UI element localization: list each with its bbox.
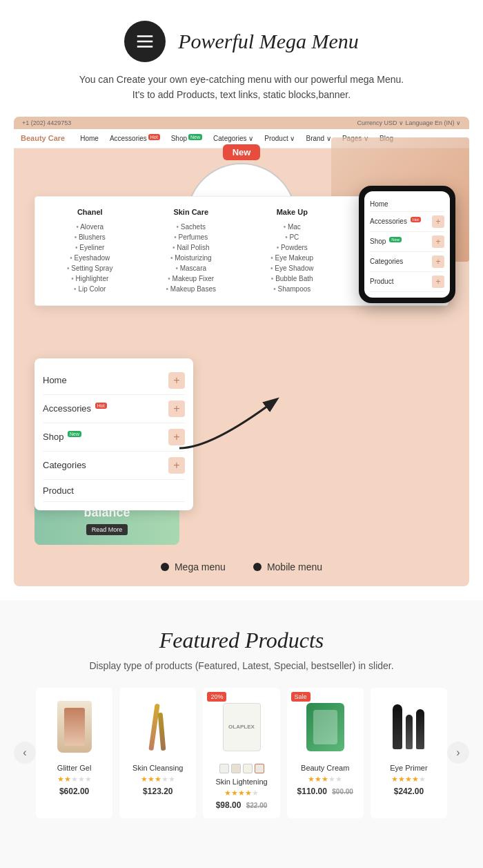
col-item: Moisturizing bbox=[148, 253, 235, 263]
product-stars-primer: ★★★★★ bbox=[379, 775, 439, 784]
product-old-price-cream: $00.00 bbox=[332, 788, 353, 795]
menu-icon bbox=[124, 21, 166, 62]
lightening-bottle: OLAPLEX bbox=[223, 703, 261, 751]
hot-badge: Hot bbox=[148, 134, 160, 140]
mega-col-makeup: Make Up Mac PC Powders Eye Makeup Eye Sh… bbox=[248, 208, 336, 294]
featured-products-section: Featured Products Display type of produc… bbox=[0, 600, 483, 839]
col-item: Mascara bbox=[148, 263, 235, 273]
col-item: Makeup Bases bbox=[148, 284, 235, 294]
thumb-3[interactable] bbox=[243, 764, 253, 773]
nav-brand[interactable]: Brand ∨ bbox=[303, 133, 333, 144]
phone-menu-shop: Shop New + bbox=[370, 232, 444, 252]
nav-shop[interactable]: ShopNew bbox=[168, 133, 205, 144]
hot-badge-mobile: Hot bbox=[95, 403, 107, 409]
col-item: Setting Spray bbox=[46, 263, 134, 273]
demo-topbar: +1 (202) 4429753 Currency USD ∨ Language… bbox=[14, 117, 469, 129]
col-skincare-title: Skin Care bbox=[148, 208, 235, 216]
mega-menu-section: Powerful Mega Menu You can Create your o… bbox=[0, 0, 483, 600]
demo-bottom-labels: Mega menu Mobile menu bbox=[14, 561, 469, 572]
mobile-menu-product[interactable]: Product bbox=[43, 480, 185, 502]
col-chanel-title: Chanel bbox=[46, 208, 134, 216]
col-item: Bubble Bath bbox=[248, 273, 336, 284]
product-old-price-lightening: $22.00 bbox=[246, 802, 268, 809]
product-name-lightening: Skin Lightening bbox=[211, 778, 271, 786]
thumb-2[interactable] bbox=[231, 764, 241, 773]
col-makeup-title: Make Up bbox=[248, 208, 336, 216]
phone-menu-home: Home bbox=[370, 197, 444, 212]
product-card-cream: Sale Beauty Cream ★★★★★ $110.00 $00.00 bbox=[287, 688, 364, 818]
col-item: Nail Polish bbox=[148, 242, 235, 253]
phone-menu-categories: Categories + bbox=[370, 252, 444, 272]
product-stars-lightening: ★★★★★ bbox=[211, 789, 271, 798]
col-item: Powders bbox=[248, 242, 336, 253]
slider-prev-btn[interactable]: ‹ bbox=[14, 742, 36, 764]
col-item: Perfumes bbox=[148, 232, 235, 242]
col-item: Makeup Fixer bbox=[148, 273, 235, 284]
nav-home[interactable]: Home bbox=[77, 133, 101, 144]
products-slider: ‹ Glitter Gel ★★★★★ $602.00 bbox=[14, 688, 469, 818]
mobile-menu-accessories[interactable]: Accessories Hot + bbox=[43, 395, 185, 423]
product-price-lightening: $98.00 $22.00 bbox=[211, 800, 271, 810]
product-stars-cleansing: ★★★★★ bbox=[128, 775, 188, 784]
phone-plus-categories[interactable]: + bbox=[432, 255, 444, 268]
slider-next-btn[interactable]: › bbox=[447, 742, 469, 764]
nav-categories[interactable]: Categories ∨ bbox=[210, 133, 256, 144]
mobile-menu-home[interactable]: Home + bbox=[43, 367, 185, 395]
col-item: Blushers bbox=[46, 232, 134, 242]
products-grid: Glitter Gel ★★★★★ $602.00 Skin Cleansing… bbox=[36, 688, 447, 818]
glitter-gel-image bbox=[57, 701, 92, 753]
cleansing-brush-2 bbox=[157, 713, 166, 751]
phone-new-badge: New bbox=[389, 237, 402, 242]
featured-title: Featured Products bbox=[14, 628, 469, 653]
product-name-cleansing: Skin Cleansing bbox=[128, 764, 188, 772]
product-img-glitter bbox=[44, 696, 104, 758]
nav-product[interactable]: Product ∨ bbox=[262, 133, 297, 144]
col-item: Alovera bbox=[46, 222, 134, 232]
new-badge: New bbox=[188, 134, 202, 140]
phone-screen: Home Accessories Hot + Shop New + Catego… bbox=[364, 191, 450, 298]
svg-rect-1 bbox=[137, 41, 153, 43]
product-price-glitter: $602.00 bbox=[44, 787, 104, 796]
col-item: Eye Shadow bbox=[248, 263, 336, 273]
primer-tube-1 bbox=[393, 704, 402, 749]
mobile-menu-categories[interactable]: Categories + bbox=[43, 452, 185, 480]
col-item: Lip Color bbox=[46, 284, 134, 294]
new-badge-large: New bbox=[223, 144, 261, 160]
thumb-4[interactable] bbox=[255, 764, 264, 773]
phone-plus-product[interactable]: + bbox=[432, 276, 444, 288]
mobile-menu-label: Mobile menu bbox=[253, 561, 322, 572]
product-card-lightening: 20% OLAPLEX Skin Lightening ★★★★★ $98.00… bbox=[203, 688, 279, 818]
new-badge-mobile: New bbox=[68, 431, 81, 437]
dot-icon-2 bbox=[253, 563, 262, 571]
expand-home-btn[interactable]: + bbox=[168, 372, 185, 389]
primer-tube-3 bbox=[416, 709, 424, 749]
featured-desc: Display type of products (Featured, Late… bbox=[14, 660, 469, 671]
col-item: Highlighter bbox=[46, 273, 134, 284]
phone-hot-badge: Hot bbox=[411, 217, 421, 222]
product-stars-cream: ★★★★★ bbox=[295, 775, 355, 784]
mega-menu-label: Mega menu bbox=[161, 561, 226, 572]
phone-plus-btn[interactable]: + bbox=[432, 215, 444, 228]
hamburger-icon bbox=[135, 31, 155, 52]
svg-rect-0 bbox=[137, 35, 153, 37]
col-item: Mac bbox=[248, 222, 336, 232]
phone-plus-shop[interactable]: + bbox=[432, 235, 444, 248]
thumb-1[interactable] bbox=[219, 764, 229, 773]
product-img-cleansing bbox=[128, 696, 188, 758]
product-price-cream: $110.00 $00.00 bbox=[295, 787, 355, 796]
demo-screenshot: +1 (202) 4429753 Currency USD ∨ Language… bbox=[14, 117, 469, 586]
product-img-cream bbox=[295, 696, 355, 758]
col-item: Eye Makeup bbox=[248, 253, 336, 263]
nav-accessories[interactable]: AccessoriesHot bbox=[107, 133, 163, 144]
svg-rect-2 bbox=[137, 46, 153, 48]
mega-col-chanel: Chanel Alovera Blushers Eyeliner Eyeshad… bbox=[46, 208, 134, 294]
mega-col-skincare: Skin Care Sachets Perfumes Nail Polish M… bbox=[148, 208, 235, 294]
col-item: Eyeshadow bbox=[46, 253, 134, 263]
product-price-primer: $242.00 bbox=[379, 787, 439, 796]
cleansing-brush-1 bbox=[148, 704, 159, 751]
product-price-cleansing: $123.20 bbox=[128, 787, 188, 796]
read-more-button[interactable]: Read More bbox=[86, 524, 128, 535]
phone-menu-accessories: Accessories Hot + bbox=[370, 212, 444, 232]
mobile-menu-shop[interactable]: Shop New + bbox=[43, 423, 185, 452]
product-stars-glitter: ★★★★★ bbox=[44, 775, 104, 784]
